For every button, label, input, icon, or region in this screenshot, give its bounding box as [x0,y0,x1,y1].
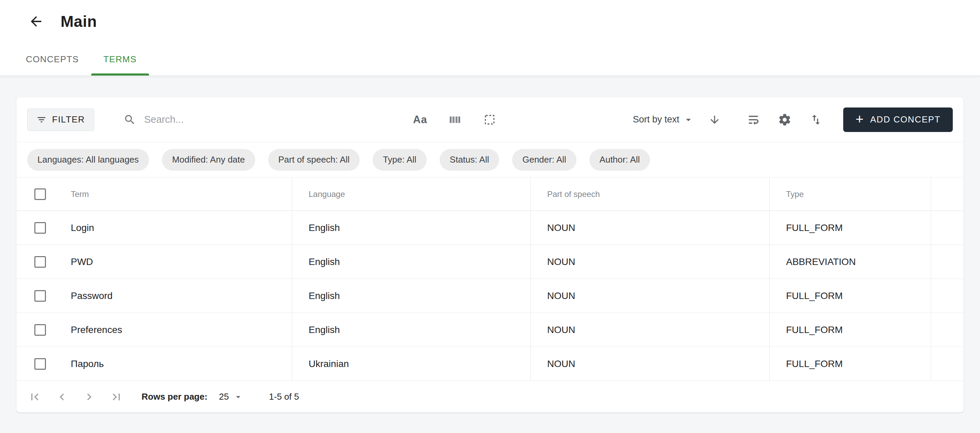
filter-chip-row: Languages: All languages Modified: Any d… [16,142,964,178]
cell-term: Пароль [64,347,292,381]
rows-per-page-label: Rows per page: [142,392,208,402]
empty-column [931,279,964,312]
cell-term: PWD [64,245,292,279]
terms-table: Term Language Part of speech Type Login … [16,178,964,381]
cell-type: FULL_FORM [769,279,931,312]
view-option-icons [746,112,824,127]
chip-languages[interactable]: Languages: All languages [27,149,149,171]
row-checkbox[interactable] [34,324,46,336]
select-all-checkbox[interactable] [34,189,46,200]
tab-terms[interactable]: TERMS [91,43,149,76]
rows-per-page-select[interactable]: 25 [219,392,243,402]
chip-gender[interactable]: Gender: All [512,149,576,171]
chip-type[interactable]: Type: All [372,149,426,171]
filter-icon [37,115,47,125]
empty-column [931,178,964,211]
cell-language: English [292,279,530,312]
table-row[interactable]: PWD English NOUN ABBREVIATION [16,245,964,279]
search-input[interactable] [144,114,402,125]
column-header-part-of-speech[interactable]: Part of speech [530,178,769,211]
add-concept-button[interactable]: + ADD CONCEPT [843,108,953,132]
row-checkbox[interactable] [34,222,46,234]
chip-modified[interactable]: Modified: Any date [162,149,255,171]
chevron-right-icon [82,390,96,404]
title-row: Main [0,0,980,43]
pagination-bar: Rows per page: 25 1-5 of 5 [16,381,964,412]
table-row[interactable]: Пароль Ukrainian NOUN FULL_FORM [16,347,964,381]
column-header-type[interactable]: Type [769,178,931,211]
search-box [124,113,402,127]
cell-part-of-speech: NOUN [530,347,769,381]
sort-by-label: Sort by text [633,114,679,125]
cell-type: FULL_FORM [769,313,931,347]
previous-page-button[interactable] [54,389,69,404]
cell-part-of-speech: NOUN [530,245,769,279]
caret-down-icon [682,114,694,125]
cell-language: Ukrainian [292,347,530,381]
arrow-downward-icon [708,114,721,126]
last-page-button[interactable] [109,389,124,404]
cell-term: Password [64,279,292,312]
search-icon [124,113,136,127]
content-area: FILTER Aa Sort by tex [0,76,980,433]
cell-language: English [292,211,530,244]
add-concept-label: ADD CONCEPT [870,114,940,125]
tab-concepts[interactable]: CONCEPTS [14,43,91,76]
cell-term: Login [64,211,292,244]
row-checkbox[interactable] [34,256,46,268]
cell-part-of-speech: NOUN [530,313,769,347]
empty-column [931,313,964,347]
pagination-range: 1-5 of 5 [269,392,299,402]
filter-button[interactable]: FILTER [27,108,94,131]
chevron-left-icon [55,390,69,404]
column-header-language[interactable]: Language [292,178,530,211]
tab-bar: CONCEPTS TERMS [0,43,980,76]
cell-term: Preferences [64,313,292,347]
page-title: Main [60,12,97,31]
next-page-button[interactable] [82,389,97,404]
barcode-icon[interactable] [447,112,463,127]
first-page-icon [28,390,41,404]
sort-direction-button[interactable] [707,112,722,127]
sort-by-select[interactable]: Sort by text [633,114,695,125]
wrap-text-icon[interactable] [746,112,761,127]
toolbar: FILTER Aa Sort by tex [16,97,964,142]
gear-icon[interactable] [777,112,792,127]
cell-language: English [292,313,530,347]
terms-card: FILTER Aa Sort by tex [16,97,964,412]
cell-type: FULL_FORM [769,347,931,381]
selection-area-icon[interactable] [482,112,497,127]
cell-type: ABBREVIATION [769,245,931,279]
rows-per-page-value: 25 [219,392,229,402]
row-checkbox[interactable] [34,290,46,302]
row-checkbox[interactable] [34,358,46,370]
table-row[interactable]: Preferences English NOUN FULL_FORM [16,313,964,347]
filter-button-label: FILTER [52,114,85,125]
cell-language: English [292,245,530,279]
cell-part-of-speech: NOUN [530,211,769,244]
caret-down-icon [233,392,243,402]
last-page-icon [110,390,123,404]
column-header-term[interactable]: Term [64,178,292,211]
pager-nav [27,389,124,404]
back-button[interactable] [27,12,46,31]
chip-status[interactable]: Status: All [440,149,500,171]
match-case-icon[interactable]: Aa [413,112,428,127]
empty-column [931,211,964,244]
empty-column [931,347,964,381]
arrow-left-icon [28,14,44,29]
table-row[interactable]: Login English NOUN FULL_FORM [16,211,964,245]
app: Main CONCEPTS TERMS FILTER Aa [0,0,980,433]
search-option-icons: Aa [413,112,497,127]
page-header: Main CONCEPTS TERMS [0,0,980,76]
empty-column [931,245,964,279]
cell-type: FULL_FORM [769,211,931,244]
chip-part-of-speech[interactable]: Part of speech: All [268,149,360,171]
chip-author[interactable]: Author: All [589,149,650,171]
first-page-button[interactable] [27,389,42,404]
table-row[interactable]: Password English NOUN FULL_FORM [16,279,964,313]
table-header-row: Term Language Part of speech Type [16,178,964,211]
swap-vertical-icon[interactable] [808,112,824,127]
cell-part-of-speech: NOUN [530,279,769,312]
